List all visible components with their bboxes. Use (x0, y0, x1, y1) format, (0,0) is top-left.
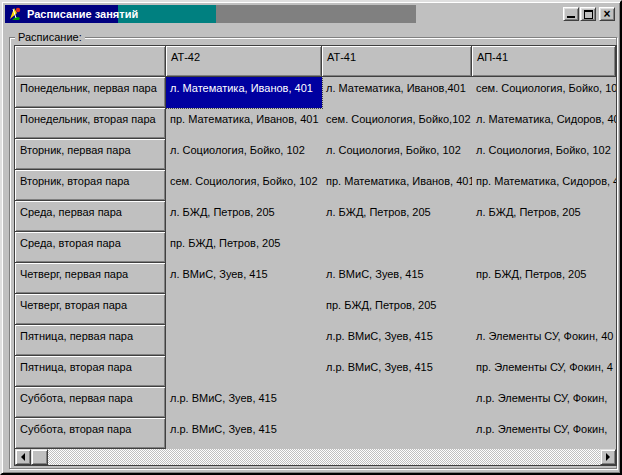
table-row: Четверг, вторая парапр. БЖД, Петров, 205 (15, 294, 616, 325)
row-header: Среда, вторая пара (15, 232, 166, 263)
grid-body: Понедельник, первая парал. Математика, И… (15, 77, 616, 449)
row-header: Пятница, вторая пара (15, 356, 166, 387)
schedule-cell[interactable]: л.р. ВМиС, Зуев, 415 (322, 356, 472, 387)
schedule-cell[interactable]: л. ВМиС, Зуев, 415 (322, 263, 472, 294)
scroll-thumb[interactable] (31, 449, 48, 465)
table-row: Вторник, вторая парасем. Социология, Бой… (15, 170, 616, 201)
schedule-cell[interactable] (166, 325, 322, 356)
schedule-cell[interactable]: пр. Математика, Иванов, 401 (166, 108, 322, 139)
close-button[interactable]: × (599, 7, 615, 21)
schedule-cell[interactable]: пр. БЖД, Петров, 205 (472, 263, 616, 294)
schedule-cell[interactable] (166, 294, 322, 325)
row-header: Понедельник, первая пара (15, 77, 166, 108)
schedule-cell[interactable]: л. Математика, Сидоров, 40 (472, 108, 616, 139)
schedule-cell[interactable]: сем. Социология, Бойко, 102 (472, 77, 616, 108)
minimize-button[interactable] (563, 7, 579, 21)
table-row: Суббота, вторая парал.р. ВМиС, Зуев, 415… (15, 418, 616, 449)
schedule-cell[interactable]: пр. БЖД, Петров, 205 (322, 294, 472, 325)
table-row: Понедельник, первая парал. Математика, И… (15, 77, 616, 108)
row-header: Понедельник, вторая пара (15, 108, 166, 139)
schedule-cell[interactable] (322, 232, 472, 263)
row-header: Четверг, вторая пара (15, 294, 166, 325)
schedule-cell[interactable]: л. ВМиС, Зуев, 415 (166, 263, 322, 294)
table-row: Четверг, первая парал. ВМиС, Зуев, 415л.… (15, 263, 616, 294)
schedule-cell[interactable]: л. Социология, Бойко, 102 (166, 139, 322, 170)
schedule-cell[interactable]: л. Социология, Бойко, 102 (472, 139, 616, 170)
schedule-grid: АТ-42АТ-41АП-41 Понедельник, первая пара… (14, 45, 617, 466)
groupbox-label: Расписание: (15, 31, 85, 44)
schedule-cell[interactable] (166, 356, 322, 387)
table-row: Понедельник, вторая парапр. Математика, … (15, 108, 616, 139)
schedule-cell[interactable]: л. Математика, Иванов,401 (322, 77, 472, 108)
row-header: Четверг, первая пара (15, 263, 166, 294)
schedule-cell[interactable]: л. Математика, Иванов, 401 (166, 77, 322, 108)
schedule-cell[interactable]: л.р. ВМиС, Зуев, 415 (166, 387, 322, 418)
scroll-right-icon (606, 453, 610, 461)
table-row: Пятница, вторая парал.р. ВМиС, Зуев, 415… (15, 356, 616, 387)
column-header: АТ-42 (166, 46, 322, 77)
schedule-cell[interactable]: пр. Математика, Сидоров, 4 (472, 170, 616, 201)
table-row: Суббота, первая парал.р. ВМиС, Зуев, 415… (15, 387, 616, 418)
window-controls: × (563, 7, 615, 21)
schedule-cell[interactable]: л.р. Элементы СУ, Фокин, (472, 418, 616, 449)
schedule-cell[interactable]: сем. Социология, Бойко,102 (322, 108, 472, 139)
schedule-cell[interactable]: л.р. ВМиС, Зуев, 415 (322, 325, 472, 356)
schedule-cell[interactable]: л. Социология, Бойко, 102 (322, 139, 472, 170)
scroll-left-button[interactable] (15, 449, 31, 465)
scroll-left-icon (21, 453, 25, 461)
row-header: Пятница, первая пара (15, 325, 166, 356)
schedule-cell[interactable]: л.р. Элементы СУ, Фокин, (472, 387, 616, 418)
app-icon[interactable] (7, 6, 23, 22)
minimize-icon (567, 16, 575, 18)
schedule-cell[interactable]: пр. Математика, Иванов, 401 (322, 170, 472, 201)
table-row: Пятница, первая парал.р. ВМиС, Зуев, 415… (15, 325, 616, 356)
schedule-cell[interactable]: л. БЖД, Петров, 205 (322, 201, 472, 232)
maximize-icon (584, 10, 593, 19)
schedule-cell[interactable] (472, 294, 616, 325)
table-row: Среда, первая парал. БЖД, Петров, 205л. … (15, 201, 616, 232)
schedule-cell[interactable]: л. БЖД, Петров, 205 (166, 201, 322, 232)
row-header: Вторник, вторая пара (15, 170, 166, 201)
window-title: Расписание занятий (27, 8, 138, 20)
row-header: Вторник, первая пара (15, 139, 166, 170)
close-icon: × (603, 9, 610, 19)
table-row: Среда, вторая парапр. БЖД, Петров, 205 (15, 232, 616, 263)
schedule-cell[interactable] (322, 418, 472, 449)
table-row: Вторник, первая парал. Социология, Бойко… (15, 139, 616, 170)
scroll-right-button[interactable] (600, 449, 616, 465)
grid-header-row: АТ-42АТ-41АП-41 (15, 46, 616, 77)
row-header: Суббота, первая пара (15, 387, 166, 418)
schedule-cell[interactable]: пр. Элементы СУ, Фокин, 4 (472, 356, 616, 387)
schedule-cell[interactable]: л. БЖД, Петров, 205 (472, 201, 616, 232)
schedule-cell[interactable] (472, 232, 616, 263)
scroll-track[interactable] (48, 449, 600, 465)
grid-corner-cell (15, 46, 166, 77)
horizontal-scrollbar[interactable] (15, 449, 616, 465)
column-header: АП-41 (472, 46, 616, 77)
schedule-groupbox: Расписание: АТ-42АТ-41АП-41 Понедельник,… (9, 37, 617, 469)
schedule-cell[interactable]: л. Элементы СУ, Фокин, 40 (472, 325, 616, 356)
schedule-cell[interactable]: сем. Социология, Бойко, 102 (166, 170, 322, 201)
app-window: Расписание занятий × Расписание: АТ-42АТ… (0, 0, 622, 475)
column-header: АТ-41 (322, 46, 472, 77)
row-header: Суббота, вторая пара (15, 418, 166, 449)
schedule-cell[interactable] (322, 387, 472, 418)
row-header: Среда, первая пара (15, 201, 166, 232)
titlebar[interactable]: Расписание занятий × (5, 5, 617, 23)
schedule-cell[interactable]: пр. БЖД, Петров, 205 (166, 232, 322, 263)
maximize-button[interactable] (580, 7, 596, 21)
schedule-cell[interactable]: л.р. ВМиС, Зуев, 415 (166, 418, 322, 449)
